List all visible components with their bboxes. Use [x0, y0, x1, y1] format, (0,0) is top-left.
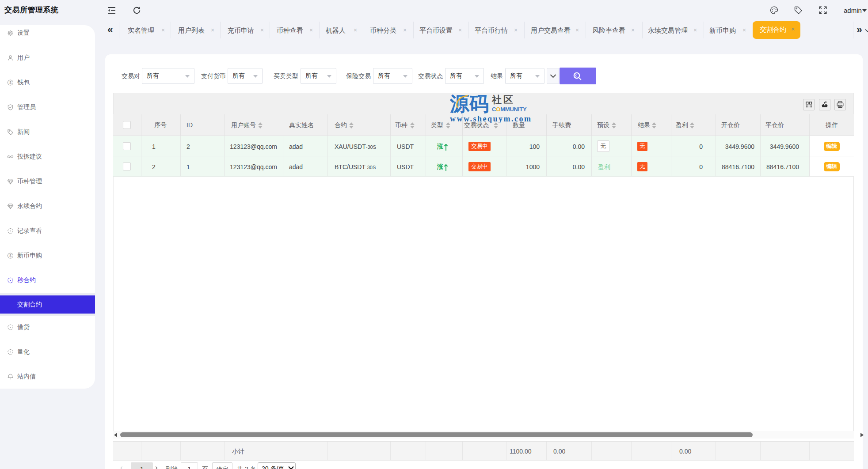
svg-text:$: $	[9, 80, 11, 85]
svg-text:$: $	[9, 253, 11, 258]
